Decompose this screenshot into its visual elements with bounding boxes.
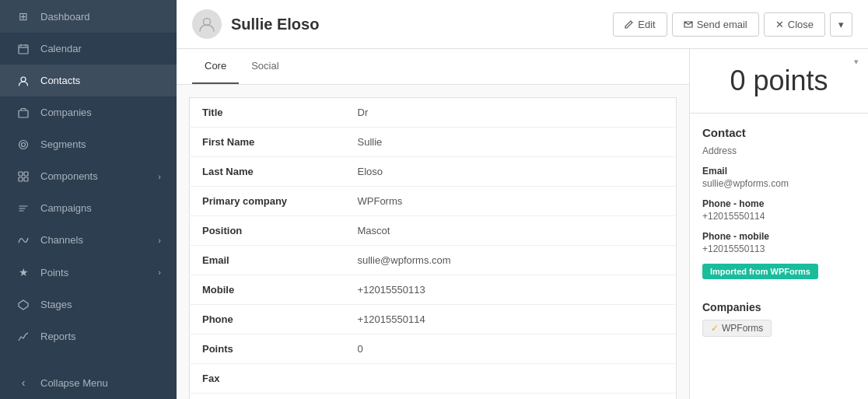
field-label: Title [190,98,345,128]
contact-title: Sullie Eloso [192,9,319,39]
field-value: WPForms [345,187,677,216]
sidebar-item-label: Reports [40,331,76,342]
imported-tag: Imported from WPForms [702,264,818,279]
sidebar-item-label: Campaigns [40,202,92,214]
channels-icon [16,235,31,246]
svg-rect-10 [19,177,23,181]
sidebar-item-segments[interactable]: Segments [0,128,177,160]
sidebar-item-channels[interactable]: Channels › [0,224,177,256]
phone-home-label: Phone - home [702,198,856,209]
table-row: Primary companyWPForms [190,187,677,216]
table-row: Fax [190,364,677,394]
segments-icon [16,139,31,150]
table-row: TitleDr [190,98,677,128]
avatar [192,9,222,39]
phone-home-value: +12015550114 [702,211,856,222]
company-name: WPForms [722,323,763,334]
field-label: Mobile [190,275,345,305]
table-row: Points0 [190,334,677,364]
sidebar-item-campaigns[interactable]: Campaigns [0,192,177,224]
field-label: Primary company [190,187,345,216]
chevron-right-icon: › [158,172,161,181]
field-label: Fax [190,364,345,394]
phone-mobile-label: Phone - mobile [702,231,856,242]
stages-icon [16,299,31,310]
points-icon: ★ [16,266,31,278]
table-row: First NameSullie [190,128,677,157]
contact-section-title: Contact [702,126,856,139]
field-label: Points [190,334,345,364]
sidebar-item-label: Collapse Menu [40,377,108,389]
companies-icon [16,107,31,118]
field-value: Dr [345,98,677,128]
field-value: +12015550113 [345,275,677,305]
dropdown-button[interactable]: ▾ [830,12,852,37]
sidebar-item-label: Segments [40,138,86,150]
sidebar-item-label: Dashboard [40,11,90,23]
email-value: sullie@wpforms.com [702,178,856,189]
field-value: Mascot [345,216,677,246]
svg-rect-0 [19,45,28,54]
tabs: Core Social [177,49,689,85]
points-value: 0 points [702,65,856,97]
svg-point-6 [19,140,28,149]
sidebar-item-label: Calendar [40,43,82,54]
close-icon: ✕ [775,19,784,30]
field-value [345,364,677,394]
sidebar-item-components[interactable]: Components › [0,160,177,192]
sidebar-item-contacts[interactable]: Contacts [0,65,177,96]
field-label: First Name [190,128,345,157]
sidebar-item-stages[interactable]: Stages [0,289,177,320]
left-panel: Core Social TitleDrFirst NameSullieLast … [177,49,689,399]
email-label: Email [702,166,856,177]
sidebar-item-calendar[interactable]: Calendar [0,33,177,65]
tab-core[interactable]: Core [192,49,239,84]
sidebar-item-label: Channels [40,234,83,246]
svg-marker-12 [19,300,28,310]
sidebar-item-label: Components [40,170,98,182]
dropdown-right-icon[interactable]: ▾ [854,57,859,67]
sidebar-item-dashboard[interactable]: ⊞ Dashboard [0,0,177,33]
svg-point-7 [22,142,26,146]
chevron-right-icon: › [158,268,161,277]
main-content: Sullie Eloso Edit Send email ✕ Close ▾ [177,0,868,399]
svg-rect-8 [19,172,23,176]
sidebar-item-label: Points [40,267,68,278]
edit-button[interactable]: Edit [613,12,667,37]
sidebar-item-companies[interactable]: Companies [0,96,177,128]
sidebar-item-points[interactable]: ★ Points › [0,256,177,289]
content-header: Sullie Eloso Edit Send email ✕ Close ▾ [177,0,868,49]
tab-social[interactable]: Social [239,49,291,84]
field-label: Address Line 1 [190,394,345,400]
field-label: Last Name [190,157,345,187]
phone-mobile-value: +12015550113 [702,243,856,254]
sidebar-item-label: Companies [40,107,92,118]
field-label: Position [190,216,345,246]
companies-section: Companies ✓ WPForms [690,301,868,349]
table-row: PositionMascot [190,216,677,246]
calendar-icon [16,44,31,54]
chevron-down-icon: ▾ [838,19,844,30]
field-value [345,394,677,400]
table-row: Phone+12015550114 [190,305,677,334]
reports-icon [16,331,31,342]
field-value: Eloso [345,157,677,187]
send-email-button[interactable]: Send email [672,12,759,37]
companies-title: Companies [702,301,856,313]
sidebar-item-reports[interactable]: Reports [0,320,177,352]
company-tag[interactable]: ✓ WPForms [702,320,772,337]
sidebar-collapse[interactable]: ‹ Collapse Menu [0,366,177,399]
field-value: Sullie [345,128,677,157]
svg-point-4 [21,77,26,82]
table-row: Last NameEloso [190,157,677,187]
page-title: Sullie Eloso [231,16,319,33]
table-row: Mobile+12015550113 [190,275,677,305]
table-row: Emailsullie@wpforms.com [190,246,677,275]
collapse-icon: ‹ [16,376,31,389]
svg-point-13 [204,19,211,26]
phone-home-field: Phone - home +12015550114 [702,198,856,222]
sidebar-item-label: Stages [40,299,72,310]
close-button[interactable]: ✕ Close [764,12,825,37]
dashboard-icon: ⊞ [16,10,31,23]
field-value: sullie@wpforms.com [345,246,677,275]
